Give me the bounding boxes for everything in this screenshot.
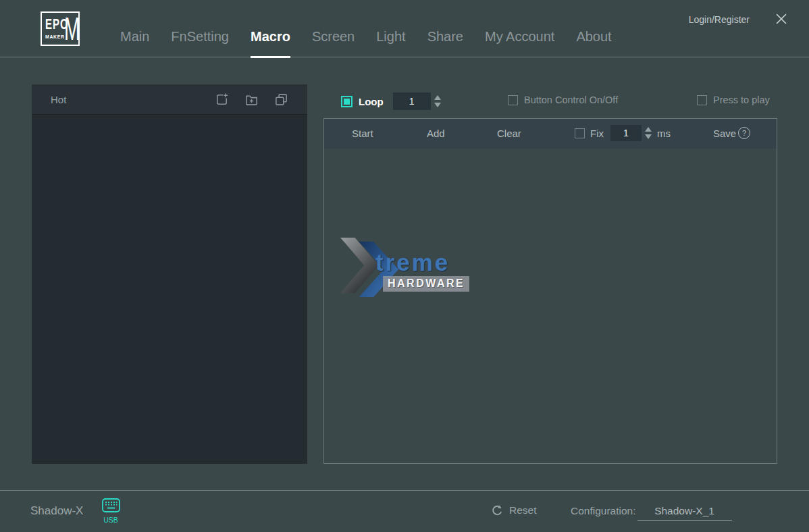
macro-options-bar: Loop 1 Button Control On/Off Press to pl… <box>323 84 777 118</box>
copy-icon[interactable] <box>274 92 288 107</box>
reset-button[interactable]: Reset <box>492 504 537 516</box>
tab-fnsetting[interactable]: FnSetting <box>171 29 229 45</box>
macro-toolbar: Start Add Clear Fix 1 ms Save ? <box>324 119 777 149</box>
fix-label: Fix <box>590 128 604 139</box>
usb-device-indicator[interactable]: USB <box>100 498 122 524</box>
ms-unit-label: ms <box>657 128 671 139</box>
title-bar: EPO MAKER M Main FnSetting Macro Screen … <box>0 0 809 57</box>
fix-delay-input[interactable]: 1 <box>610 125 642 141</box>
device-name-label: Shadow-X <box>30 504 83 518</box>
close-icon[interactable] <box>774 11 789 26</box>
new-macro-icon[interactable] <box>215 92 229 107</box>
macro-group-title: Hot <box>51 94 215 105</box>
logo-letter-m: M <box>64 11 80 47</box>
step-up-icon[interactable] <box>434 95 441 100</box>
step-down-icon[interactable] <box>645 134 652 139</box>
logo-text-maker: MAKER <box>45 34 65 39</box>
loop-count-stepper[interactable] <box>434 95 441 107</box>
configuration-selector: Configuration: Shadow-X_1 <box>571 505 732 521</box>
footer-divider <box>0 490 809 491</box>
tab-main[interactable]: Main <box>120 29 149 45</box>
configuration-value-field[interactable]: Shadow-X_1 <box>637 505 732 521</box>
press-to-play-checkbox[interactable] <box>697 95 707 105</box>
loop-count-input[interactable]: 1 <box>393 92 431 110</box>
loop-checkbox[interactable] <box>341 96 353 107</box>
fix-delay-stepper[interactable] <box>645 127 652 139</box>
step-up-icon[interactable] <box>645 127 652 132</box>
button-control-checkbox[interactable] <box>508 95 518 105</box>
button-control-label: Button Control On/Off <box>524 95 618 105</box>
tab-about[interactable]: About <box>576 29 611 45</box>
new-folder-icon[interactable] <box>244 92 259 107</box>
macro-list-header: Hot <box>32 84 307 115</box>
reset-icon <box>492 505 503 516</box>
tab-share[interactable]: Share <box>427 29 463 45</box>
save-button[interactable]: Save <box>713 128 736 139</box>
tab-screen[interactable]: Screen <box>312 29 355 45</box>
tab-light[interactable]: Light <box>376 29 405 45</box>
add-button[interactable]: Add <box>427 128 445 139</box>
login-register-link[interactable]: Login/Register <box>689 14 750 25</box>
fix-checkbox[interactable] <box>575 128 585 138</box>
step-down-icon[interactable] <box>434 103 441 107</box>
macro-list-panel: Hot <box>32 84 307 464</box>
macro-editor-panel: Start Add Clear Fix 1 ms Save ? <box>323 118 777 464</box>
loop-label: Loop <box>359 96 384 107</box>
start-button[interactable]: Start <box>352 128 373 139</box>
epomaker-logo: EPO MAKER M <box>41 11 80 46</box>
tab-macro[interactable]: Macro <box>251 29 290 45</box>
press-to-play-label: Press to play <box>713 95 770 105</box>
help-icon[interactable]: ? <box>738 127 750 139</box>
main-nav: Main FnSetting Macro Screen Light Share … <box>120 29 612 45</box>
keyboard-icon <box>102 498 120 512</box>
clear-button[interactable]: Clear <box>497 128 521 139</box>
reset-label: Reset <box>509 504 537 516</box>
configuration-label: Configuration: <box>571 505 636 517</box>
tab-my-account[interactable]: My Account <box>485 29 554 45</box>
usb-label: USB <box>100 516 122 524</box>
